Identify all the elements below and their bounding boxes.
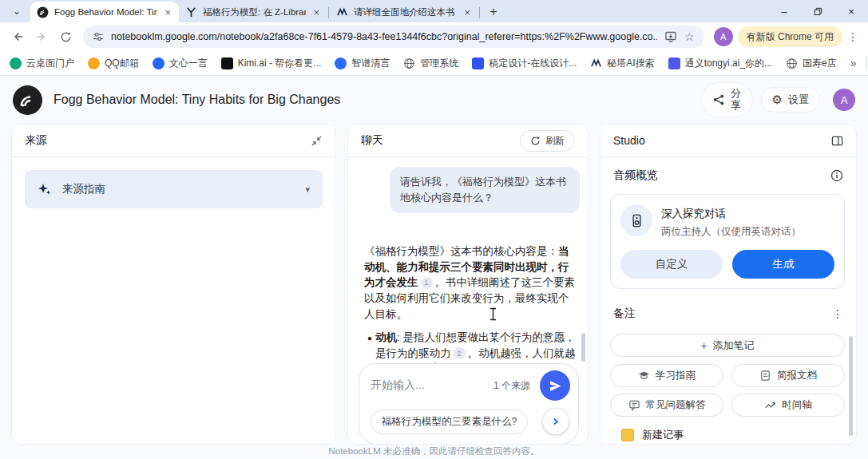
bookmark-item[interactable]: 秘塔AI搜索 (590, 57, 654, 70)
note-action-label: 学习指南 (656, 369, 696, 382)
send-button[interactable] (540, 370, 570, 401)
speaker-icon (620, 204, 652, 236)
faq-button[interactable]: 常见问题解答 (610, 394, 723, 417)
bookmark-item[interactable]: 国寿e店 (786, 57, 837, 70)
timeline-button[interactable]: 时间轴 (731, 394, 845, 417)
note-action-label: 简报文档 (777, 369, 817, 382)
next-suggestion-button[interactable] (543, 409, 569, 434)
minimize-button[interactable]: – (767, 0, 801, 22)
document-icon (759, 370, 771, 382)
source-guide-card[interactable]: 来源指南 ▾ (25, 170, 323, 208)
add-note-button[interactable]: + 添加笔记 (610, 334, 845, 357)
settings-label: 设置 (788, 93, 809, 107)
back-button[interactable] (6, 26, 29, 48)
bookmark-label: 管理系统 (420, 57, 458, 70)
browser-tab-metaso[interactable]: 请详细全面地介绍这本书《福格 × (330, 2, 478, 22)
bookmark-item[interactable]: 通义tongyi.ai_你的... (668, 57, 772, 70)
refresh-label: 刷新 (545, 134, 565, 148)
bookmark-label: QQ邮箱 (105, 57, 139, 70)
notes-menu-icon[interactable]: ⋮ (832, 307, 843, 320)
sparkle-icon (38, 182, 52, 196)
generate-button[interactable]: 生成 (732, 250, 834, 279)
gear-icon: ⚙ (772, 93, 783, 107)
user-message: 请告诉我，《福格行为模型》这本书地核心内容是什么？ (390, 167, 580, 213)
reload-button[interactable] (54, 26, 77, 48)
panel-layout-icon[interactable] (831, 135, 843, 147)
deep-dive-card: 深入探究对话 两位主持人（仅使用英语对话） 自定义 生成 (610, 194, 845, 289)
refresh-icon (530, 136, 541, 146)
studio-panel: Studio 音频概览 深入探究对话 两位主持人（仅使用英语对话） (600, 124, 857, 445)
bookmark-item[interactable]: Kimi.ai - 帮你看更... (221, 57, 322, 70)
bookmark-item[interactable]: 管理系统 (403, 57, 458, 70)
account-avatar[interactable]: A (833, 89, 855, 111)
briefing-doc-button[interactable]: 简报文档 (731, 364, 845, 387)
bookmarks-bar: 云桌面门户 QQ邮箱 文心一言 Kimi.ai - 帮你看更... 智谱清言 管… (0, 51, 868, 76)
text-cursor-icon (489, 307, 497, 321)
bookmark-item[interactable]: 文心一言 (153, 57, 208, 70)
refresh-chat-button[interactable]: 刷新 (520, 130, 575, 152)
add-note-label: 添加笔记 (713, 338, 755, 353)
chat-scrollbar[interactable] (581, 333, 585, 362)
collapse-panel-icon[interactable] (311, 135, 323, 147)
chrome-update-button[interactable]: 有新版 Chrome 可用 (738, 26, 842, 47)
new-tab-button[interactable]: + (484, 2, 503, 22)
chat-input[interactable]: 开始输入... (371, 378, 425, 393)
chrome-menu-icon[interactable]: ⋮ (844, 26, 862, 48)
bookmarks-overflow-icon[interactable]: » (850, 57, 857, 69)
study-guide-button[interactable]: 学习指南 (610, 364, 723, 387)
graduation-cap-icon (638, 370, 650, 382)
bookmark-label: 国寿e店 (803, 57, 837, 70)
restore-icon (814, 7, 822, 16)
sources-panel: 来源 来源指南 ▾ (11, 124, 336, 445)
trend-line-icon (764, 399, 776, 411)
note-actions-grid: 学习指南 简报文档 常见问题解答 时间轴 (610, 364, 845, 417)
customize-button[interactable]: 自定义 (620, 250, 723, 279)
settings-button[interactable]: ⚙ 设置 (761, 87, 820, 113)
chevron-down-icon[interactable]: ▾ (305, 184, 310, 195)
bookmark-item[interactable]: QQ邮箱 (88, 57, 139, 70)
citation-chip[interactable]: 2 (454, 347, 466, 359)
share-label: 分享 (731, 88, 742, 112)
chat-panel-title: 聊天 (361, 133, 383, 148)
bookmark-label: 智谱清言 (351, 57, 390, 70)
bookmark-item[interactable]: 稿定设计-在线设计... (472, 57, 577, 70)
metaso-favicon-icon (590, 57, 602, 69)
forward-button[interactable] (30, 26, 53, 48)
browser-tab-zlibrary[interactable]: 福格行为模型: 在 Z-Library 上 × (179, 2, 327, 22)
tab-close-icon[interactable]: × (163, 6, 172, 18)
chat-input-card: 开始输入... 1 个来源 福格行为模型的三要素是什么? (359, 363, 579, 445)
tab-title: 请详细全面地介绍这本书《福格 (354, 6, 457, 18)
bookmark-item[interactable]: 智谱清言 (335, 57, 390, 70)
url-bar[interactable]: notebooklm.google.com/notebook/a2fa68ce-… (83, 26, 704, 48)
bookmark-label: 文心一言 (169, 57, 208, 70)
url-text[interactable]: notebooklm.google.com/notebook/a2fa68ce-… (111, 31, 657, 42)
send-to-device-icon[interactable] (664, 30, 677, 43)
source-count-label: 1 个来源 (493, 379, 540, 393)
close-window-button[interactable]: × (834, 0, 868, 22)
bookmark-label: 秘塔AI搜索 (607, 57, 654, 70)
suggested-question-chip[interactable]: 福格行为模型的三要素是什么? (371, 410, 528, 434)
info-icon[interactable] (830, 169, 843, 182)
deep-dive-subtitle: 两位主持人（仅使用英语对话） (661, 225, 801, 239)
new-note-label: 新建记事 (642, 428, 684, 442)
source-guide-label: 来源指南 (62, 182, 105, 196)
globe-icon (786, 57, 798, 69)
faq-bubble-icon (628, 399, 640, 411)
restore-button[interactable] (801, 0, 834, 22)
notebook-title[interactable]: Fogg Behavior Model: Tiny Habits for Big… (54, 93, 340, 107)
bookmark-item[interactable]: 云桌面门户 (10, 57, 74, 70)
studio-scrollbar[interactable] (849, 336, 853, 436)
bookmark-star-icon[interactable]: ☆ (684, 30, 695, 43)
browser-tab-notebooklm[interactable]: Fogg Behavior Model: Tiny H × (30, 2, 179, 22)
chrome-update-label: 有新版 Chrome 可用 (747, 30, 834, 44)
chrome-profile-avatar[interactable]: A (714, 27, 733, 46)
deep-dive-title: 深入探究对话 (661, 204, 801, 221)
tab-search-icon[interactable]: ⌄ (6, 2, 27, 21)
globe-icon (403, 57, 415, 69)
citation-chip[interactable]: 1 (421, 277, 433, 289)
bookmark-favicon-icon (668, 57, 680, 69)
new-note-item[interactable]: 新建记事 (621, 428, 856, 442)
tab-close-icon[interactable]: × (462, 6, 472, 18)
tab-close-icon[interactable]: × (311, 6, 321, 18)
share-button[interactable]: 分享 (701, 82, 753, 117)
